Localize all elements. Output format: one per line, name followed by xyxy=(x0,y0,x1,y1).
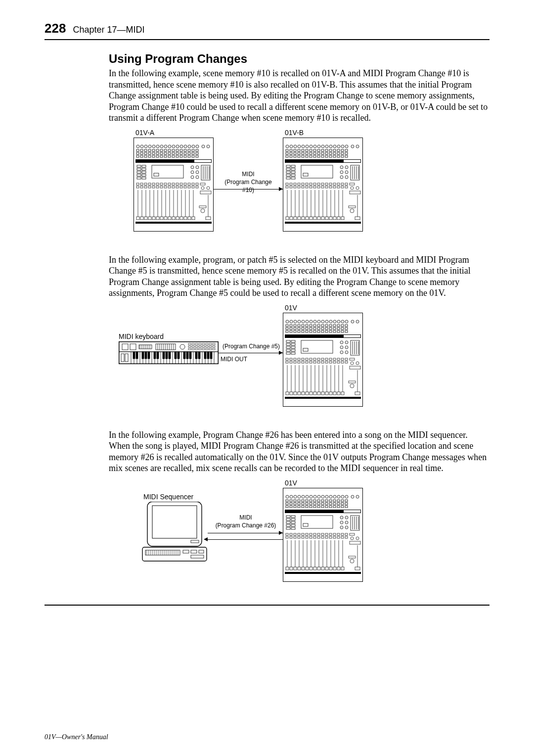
program-change-text: (Program Change #26) xyxy=(214,521,278,529)
arrow-line-icon xyxy=(214,189,283,189)
mixer-01v-icon xyxy=(283,313,363,407)
arrow-line-icon xyxy=(219,353,283,353)
midi-text: MIDI xyxy=(214,514,278,521)
footer: 01V—Owner's Manual xyxy=(44,733,108,741)
arrow-head-right-icon xyxy=(279,531,283,535)
arrow-head-icon xyxy=(279,187,283,191)
program-change-label: (Program Change #5) xyxy=(221,342,282,350)
midi-label-1: MIDI (Program Change #10) xyxy=(219,170,278,194)
mixer-01v-a-icon xyxy=(134,138,214,232)
mixer-01v-b-icon xyxy=(283,138,363,232)
page-header: 228 Chapter 17—MIDI xyxy=(44,21,490,36)
arrow-line-icon xyxy=(208,533,283,533)
arrow-head-icon xyxy=(279,351,283,355)
chapter-title: Chapter 17—MIDI xyxy=(73,25,144,35)
label-midi-keyboard: MIDI keyboard xyxy=(119,332,164,340)
diagram-sequencer-mixer: 01V MIDI Sequencer MIDI (Program Change … xyxy=(129,481,490,590)
mixer-01v-icon xyxy=(283,488,363,582)
arrow-head-left-icon xyxy=(204,537,208,541)
midi-label-3: MIDI (Program Change #26) xyxy=(214,514,278,529)
paragraph-3: In the following example, Program Change… xyxy=(109,429,490,474)
label-midi-sequencer: MIDI Sequencer xyxy=(143,493,193,501)
arrow-line-icon xyxy=(208,539,283,540)
program-change-text: (Program Change #10) xyxy=(219,178,278,194)
label-01v-b: 01V-B xyxy=(285,129,304,137)
label-01v: 01V xyxy=(285,479,297,487)
midi-keyboard-icon xyxy=(119,341,219,364)
label-01v: 01V xyxy=(285,304,297,312)
top-rule xyxy=(44,39,490,40)
diagram-two-mixers: 01V-A 01V-B MIDI (Program Change #10) xyxy=(134,131,490,239)
paragraph-2: In the following example, program, or pa… xyxy=(109,254,490,299)
label-01v-a: 01V-A xyxy=(135,129,154,137)
bottom-rule xyxy=(44,605,490,606)
paragraph-1: In the following example, scene memory #… xyxy=(109,68,490,124)
diagram-keyboard-mixer: 01V MIDI keyboard (Program Change #5) MI… xyxy=(114,306,490,415)
midi-out-label: MIDI OUT xyxy=(221,355,248,363)
content: Using Program Changes In the following e… xyxy=(109,52,490,590)
page-number: 228 xyxy=(44,21,66,36)
midi-text: MIDI xyxy=(219,170,278,178)
section-heading: Using Program Changes xyxy=(109,52,490,66)
